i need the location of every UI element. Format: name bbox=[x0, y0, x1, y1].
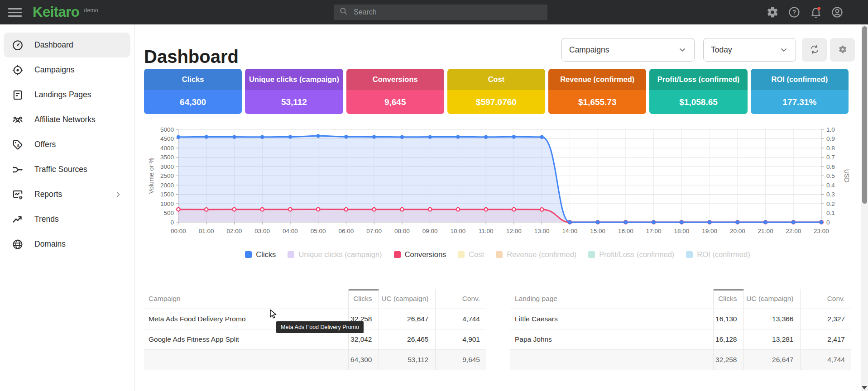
row-value-cell: 13,281 bbox=[743, 329, 800, 349]
column-header-landing-page[interactable]: Landing page bbox=[510, 289, 713, 309]
legend-item-clicks[interactable]: Clicks bbox=[245, 250, 276, 259]
sidebar-item-affiliate-networks[interactable]: Affiliate Networks bbox=[4, 107, 130, 132]
sidebar-item-campaigns[interactable]: Campaigns bbox=[4, 57, 130, 82]
sidebar-item-label: Offers bbox=[34, 140, 56, 149]
stat-card-conversions[interactable]: Conversions9,645 bbox=[346, 69, 444, 114]
table-row[interactable]: Little Caesars16,13013,3662,327 bbox=[510, 309, 851, 329]
column-header-conv-[interactable]: Conv. bbox=[435, 289, 486, 309]
row-value-cell: 13,366 bbox=[743, 309, 800, 329]
brand[interactable]: Keitaro demo bbox=[33, 0, 98, 24]
speedometer-icon bbox=[12, 39, 24, 51]
sidebar-item-label: Landings Pages bbox=[34, 90, 91, 100]
scroll-down-caret[interactable] bbox=[862, 386, 867, 390]
stat-card-profit-loss-confirmed-[interactable]: Profit/Loss (confirmed)$1,058.65 bbox=[649, 69, 747, 114]
search-bar[interactable] bbox=[334, 5, 547, 20]
svg-text:0: 0 bbox=[170, 219, 174, 226]
stat-cards-row: Clicks64,300Unique clicks (campaign)53,1… bbox=[144, 69, 849, 114]
svg-text:3000: 3000 bbox=[160, 163, 174, 170]
table-row[interactable]: Papa Johns16,12813,2812,417 bbox=[510, 329, 851, 349]
column-header-campaign[interactable]: Campaign bbox=[144, 289, 348, 309]
legend-label: Unique clicks (campaign) bbox=[298, 250, 382, 259]
legend-swatch bbox=[394, 251, 401, 258]
sidebar-item-label: Trends bbox=[34, 215, 59, 224]
search-input[interactable] bbox=[353, 8, 542, 17]
campaigns-filter-select[interactable]: Campaigns bbox=[561, 38, 695, 62]
notifications-icon[interactable] bbox=[810, 6, 823, 19]
sidebar-item-label: Reports bbox=[34, 190, 62, 199]
column-header-clicks[interactable]: Clicks bbox=[713, 289, 743, 309]
svg-text:0.3: 0.3 bbox=[826, 191, 835, 198]
svg-text:USD: USD bbox=[843, 169, 850, 183]
svg-text:Volume or %: Volume or % bbox=[148, 158, 155, 194]
page-scrollbar[interactable] bbox=[861, 24, 868, 391]
column-header-uc-campaign-[interactable]: UC (campaign) bbox=[379, 289, 435, 309]
svg-text:0: 0 bbox=[826, 219, 830, 226]
row-value-cell: 16,128 bbox=[713, 329, 743, 349]
svg-text:16:00: 16:00 bbox=[618, 228, 633, 234]
svg-text:19:00: 19:00 bbox=[702, 228, 717, 234]
column-header-uc-campaign-[interactable]: UC (campaign) bbox=[743, 289, 800, 309]
svg-text:11:00: 11:00 bbox=[479, 228, 494, 234]
globe-icon bbox=[12, 238, 24, 250]
column-header-clicks[interactable]: Clicks bbox=[348, 289, 379, 309]
help-icon[interactable]: ? bbox=[788, 6, 801, 19]
legend-swatch bbox=[686, 251, 693, 258]
svg-text:0.7: 0.7 bbox=[826, 154, 835, 161]
svg-text:21:00: 21:00 bbox=[758, 228, 773, 234]
refresh-button[interactable] bbox=[802, 38, 827, 62]
environment-label: demo bbox=[84, 7, 98, 14]
sidebar-item-landings-pages[interactable]: Landings Pages bbox=[4, 82, 130, 107]
stat-card-unique-clicks-campaign-[interactable]: Unique clicks (campaign)53,112 bbox=[245, 69, 343, 114]
legend-label: Clicks bbox=[256, 250, 276, 259]
stat-card-value: $1,058.65 bbox=[649, 90, 747, 114]
stat-card-cost[interactable]: Cost$597.0760 bbox=[447, 69, 545, 114]
svg-text:05:00: 05:00 bbox=[311, 228, 326, 234]
stat-card-roi-confirmed-[interactable]: ROI (confirmed)177.31% bbox=[751, 69, 849, 114]
sidebar-item-dashboard[interactable]: Dashboard bbox=[4, 33, 130, 57]
stat-card-revenue-confirmed-[interactable]: Revenue (confirmed)$1,655.73 bbox=[548, 69, 646, 114]
legend-item-unique-clicks-campaign-[interactable]: Unique clicks (campaign) bbox=[288, 250, 382, 259]
sidebar-item-label: Affiliate Networks bbox=[34, 115, 96, 124]
sidebar-item-offers[interactable]: $Offers bbox=[4, 132, 130, 157]
stat-card-clicks[interactable]: Clicks64,300 bbox=[144, 69, 242, 114]
legend-item-revenue-confirmed-[interactable]: Revenue (confirmed) bbox=[496, 250, 576, 259]
date-range-select[interactable]: Today bbox=[703, 38, 796, 62]
column-header-conv-[interactable]: Conv. bbox=[800, 289, 851, 309]
sidebar-item-reports[interactable]: Reports bbox=[4, 182, 130, 207]
traffic-chart[interactable]: 0500100015002000250030003500400045005000… bbox=[144, 123, 851, 242]
legend-label: Conversions bbox=[405, 250, 446, 259]
svg-text:01:00: 01:00 bbox=[199, 228, 214, 234]
totals-cell: 64,300 bbox=[348, 349, 379, 370]
legend-item-cost[interactable]: Cost bbox=[458, 250, 484, 259]
svg-text:17:00: 17:00 bbox=[646, 228, 662, 234]
settings-icon[interactable] bbox=[766, 6, 780, 19]
stat-card-value: 53,112 bbox=[245, 90, 343, 114]
svg-text:08:00: 08:00 bbox=[394, 228, 410, 234]
svg-text:22:00: 22:00 bbox=[786, 228, 801, 234]
sidebar-item-trends[interactable]: Trends bbox=[4, 207, 130, 232]
legend-item-roi-confirmed-[interactable]: ROI (confirmed) bbox=[686, 250, 750, 259]
legend-item-conversions[interactable]: Conversions bbox=[394, 250, 446, 259]
svg-text:?: ? bbox=[792, 9, 796, 16]
sidebar-item-traffic-sources[interactable]: Traffic Sources bbox=[4, 157, 130, 182]
totals-cell: 26,647 bbox=[743, 349, 800, 370]
legend-label: Cost bbox=[469, 250, 484, 259]
svg-text:07:00: 07:00 bbox=[366, 228, 382, 234]
trending-icon bbox=[12, 214, 24, 225]
scrollbar-thumb[interactable] bbox=[862, 26, 867, 204]
landing-pages-table: Landing pageClicksUC (campaign)Conv.Litt… bbox=[510, 289, 851, 370]
svg-text:0.2: 0.2 bbox=[826, 200, 835, 207]
dashboard-settings-button[interactable] bbox=[830, 38, 855, 62]
chevron-down-icon bbox=[678, 45, 687, 54]
legend-item-profit-loss-confirmed-[interactable]: Profit/Loss (confirmed) bbox=[588, 250, 674, 259]
sidebar-item-domains[interactable]: Domains bbox=[4, 232, 130, 257]
menu-icon[interactable] bbox=[8, 6, 22, 19]
legend-label: Profit/Loss (confirmed) bbox=[599, 250, 674, 259]
svg-text:0.6: 0.6 bbox=[826, 163, 835, 170]
account-icon[interactable] bbox=[831, 6, 844, 19]
sidebar-item-label: Campaigns bbox=[34, 65, 75, 75]
sidebar: DashboardCampaignsLandings PagesAffiliat… bbox=[0, 24, 134, 391]
svg-text:0.5: 0.5 bbox=[826, 172, 835, 179]
totals-row: 32,25826,6474,744 bbox=[510, 349, 851, 370]
campaigns-filter-value: Campaigns bbox=[569, 45, 609, 55]
